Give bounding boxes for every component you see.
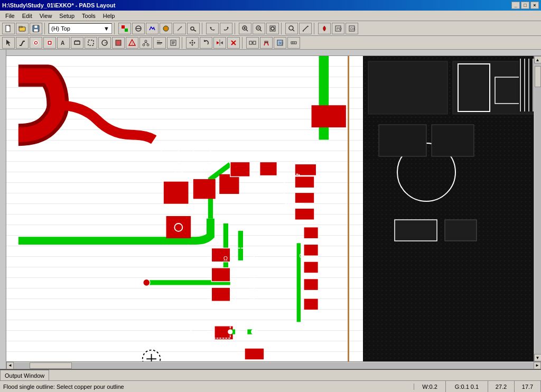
hscroll-thumb[interactable] xyxy=(30,362,72,369)
svg-rect-130 xyxy=(304,299,318,310)
sep6 xyxy=(314,23,316,34)
svg-rect-90 xyxy=(164,182,189,204)
tb2-outline[interactable] xyxy=(85,37,97,49)
sep5 xyxy=(281,23,283,34)
tb-undo[interactable] xyxy=(206,23,219,34)
scroll-right-button[interactable]: ► xyxy=(534,362,541,369)
svg-rect-46 xyxy=(88,40,94,45)
tb2-add-text[interactable]: A xyxy=(57,37,70,49)
svg-rect-164 xyxy=(395,220,437,241)
tb-btn-3[interactable] xyxy=(146,23,158,34)
svg-rect-92 xyxy=(219,174,239,194)
svg-point-55 xyxy=(147,44,149,46)
tb2-rotate[interactable] xyxy=(200,37,212,49)
close-button[interactable]: × xyxy=(530,2,539,9)
titlebar: H:\Study\Study_01\EXKO* - PADS Layout _ … xyxy=(0,0,541,11)
output-tab[interactable]: Output Window xyxy=(0,370,49,380)
svg-rect-3 xyxy=(19,26,22,27)
tb2-extra1[interactable]: 3D xyxy=(274,37,286,49)
svg-text:PDF: PDF xyxy=(337,27,342,31)
tb-search[interactable] xyxy=(285,23,298,34)
tb-btn-4[interactable] xyxy=(160,23,172,34)
svg-rect-111 xyxy=(238,231,243,260)
menu-setup[interactable]: Setup xyxy=(56,12,78,20)
tb2-props[interactable] xyxy=(167,37,180,49)
tb-flood[interactable] xyxy=(318,23,331,34)
open-button[interactable] xyxy=(16,23,29,34)
svg-rect-98 xyxy=(295,176,314,188)
tb-zoomfit[interactable] xyxy=(266,23,279,34)
hscroll-track xyxy=(14,362,534,369)
sep-tb2 xyxy=(182,37,184,49)
save-button[interactable] xyxy=(30,23,42,34)
svg-text:!: ! xyxy=(132,41,133,46)
tb2-design[interactable] xyxy=(246,37,259,49)
tb-btn-2[interactable] xyxy=(132,23,145,34)
svg-point-27 xyxy=(289,26,293,30)
svg-text:C3: C3 xyxy=(175,168,184,176)
tb2-rules[interactable] xyxy=(153,37,166,49)
tb-export[interactable]: PDF xyxy=(332,23,344,34)
menu-file[interactable]: File xyxy=(2,12,18,20)
tb2-add-pad[interactable] xyxy=(43,37,56,49)
tb2-circle[interactable] xyxy=(98,37,111,49)
tb-redo[interactable] xyxy=(220,23,232,34)
tb2-move[interactable] xyxy=(186,37,199,49)
tb2-route[interactable] xyxy=(16,37,29,49)
tb2-delete[interactable] xyxy=(227,37,240,49)
left-ruler xyxy=(0,50,6,369)
svg-rect-5 xyxy=(34,25,38,28)
tb-zoomout[interactable] xyxy=(253,23,265,34)
tb2-extra2[interactable] xyxy=(287,37,300,49)
menu-view[interactable]: View xyxy=(36,12,55,20)
svg-point-137 xyxy=(251,329,256,334)
svg-text:R: R xyxy=(292,292,296,298)
svg-rect-165 xyxy=(445,220,477,241)
vscroll-track xyxy=(535,63,541,354)
menu-edit[interactable]: Edit xyxy=(19,12,35,20)
svg-rect-76 xyxy=(249,41,252,44)
svg-line-15 xyxy=(194,30,197,31)
tb2-net[interactable] xyxy=(139,37,152,49)
tb-btn-1[interactable] xyxy=(118,23,131,34)
tb2-highlight[interactable] xyxy=(260,37,273,49)
svg-rect-106 xyxy=(166,216,191,238)
svg-rect-96 xyxy=(295,164,316,175)
vscroll-thumb[interactable] xyxy=(535,66,541,87)
tb2-add-component[interactable] xyxy=(71,37,83,49)
menu-help[interactable]: Help xyxy=(100,12,118,20)
svg-rect-58 xyxy=(157,42,162,43)
svg-point-109 xyxy=(143,279,150,286)
svg-rect-77 xyxy=(253,41,256,44)
tb-zoomin[interactable] xyxy=(239,23,251,34)
menu-tools[interactable]: Tools xyxy=(79,12,99,20)
maximize-button[interactable]: □ xyxy=(521,2,529,9)
tb2-flip[interactable] xyxy=(213,37,226,49)
tb-measure[interactable] xyxy=(299,23,312,34)
right-panel: ▲ ▼ xyxy=(363,56,541,361)
scroll-down-button[interactable]: ▼ xyxy=(534,354,542,361)
svg-marker-72 xyxy=(217,41,219,44)
svg-rect-116 xyxy=(211,287,230,301)
minimize-button[interactable]: _ xyxy=(511,2,520,9)
scroll-up-button[interactable]: ▲ xyxy=(534,56,542,63)
svg-marker-17 xyxy=(227,27,229,28)
svg-marker-16 xyxy=(210,27,212,28)
tb-import[interactable]: DXF xyxy=(346,23,358,34)
svg-text:Ω: Ω xyxy=(223,255,228,262)
title-text: H:\Study\Study_01\EXKO* - PADS Layout xyxy=(2,2,115,8)
vertical-scrollbar[interactable]: ▲ ▼ xyxy=(534,56,541,361)
tb2-drc[interactable]: ! xyxy=(126,37,138,49)
svg-line-19 xyxy=(246,30,248,31)
tb2-select[interactable] xyxy=(2,37,15,49)
tb-btn-5[interactable] xyxy=(173,23,186,34)
new-button[interactable] xyxy=(2,23,15,34)
tb2-add-via[interactable] xyxy=(30,37,42,49)
scroll-left-button[interactable]: ◄ xyxy=(6,362,14,369)
pcb-canvas[interactable]: R4 R xyxy=(6,56,363,361)
tb-btn-6[interactable] xyxy=(187,23,200,34)
svg-text:A: A xyxy=(61,40,64,46)
tb2-pour[interactable] xyxy=(112,37,125,49)
layer-dropdown[interactable]: (H) Top ▼ xyxy=(49,23,112,34)
main-area: R4 R xyxy=(0,50,541,369)
